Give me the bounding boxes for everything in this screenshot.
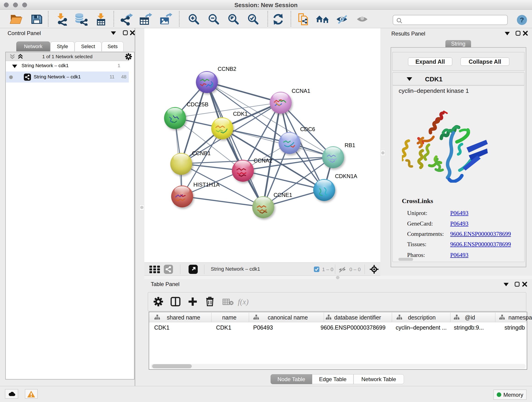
svg-text:?: ? [520, 16, 524, 24]
